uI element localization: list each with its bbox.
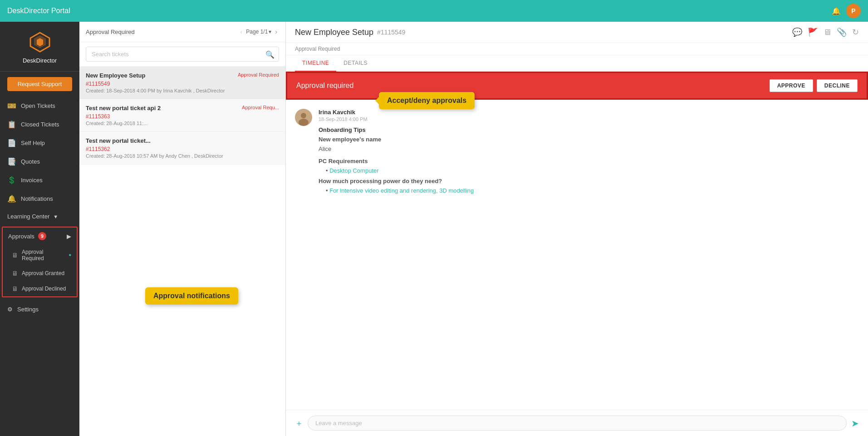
message-input[interactable]: [308, 416, 847, 431]
approval-declined-icon: 🖥: [12, 285, 18, 292]
avatar-image: [295, 109, 312, 126]
entry-author: Irina Kavchik: [319, 109, 859, 116]
flag-icon[interactable]: 🚩: [808, 27, 818, 37]
sidebar-item-self-help[interactable]: 📄 Self Help: [0, 134, 79, 152]
ticket-item-3[interactable]: Test new portal ticket... #1115362 Creat…: [79, 132, 285, 165]
sidebar: DeskDirector Request Support 🎫 Open Tick…: [0, 22, 79, 436]
entry-avatar: [295, 109, 312, 126]
content-area: Approval Required ‹ Page 1/1 ▾ › 🔍 New E…: [79, 22, 868, 436]
ticket-item-3-meta: Created: 28-Aug-2018 10:57 AM by Andy Ch…: [86, 153, 279, 159]
ticket-item-1[interactable]: New Employee Setup Approval Required #11…: [79, 67, 285, 99]
attachment-icon[interactable]: 📎: [837, 27, 847, 37]
approvals-section: Approvals 9 ▶ 🖥 Approval Required • 🖥 Ap…: [2, 227, 78, 297]
sidebar-item-closed-tickets[interactable]: 📋 Closed Tickets: [0, 115, 79, 134]
pagination-page[interactable]: Page 1/1 ▾: [246, 29, 271, 35]
learning-center-label: Learning Center: [7, 213, 49, 220]
sidebar-item-invoices[interactable]: 💲 Invoices: [0, 171, 79, 189]
approval-granted-label: Approval Granted: [22, 270, 64, 276]
detail-tabs: TIMELINE DETAILS: [286, 55, 868, 72]
ticket-item-1-row: New Employee Setup Approval Required: [86, 72, 279, 79]
compose-plus-icon: ＋: [295, 418, 303, 429]
approval-banner-text: Approval required: [296, 82, 353, 90]
field1-label: New employee's name: [319, 136, 859, 143]
pagination-prev[interactable]: ‹: [239, 27, 245, 36]
ticket-item-1-id: #1115549: [86, 81, 279, 87]
entry-time: 18-Sep-2018 4:00 PM: [319, 116, 859, 122]
sidebar-item-open-tickets[interactable]: 🎫 Open Tickets: [0, 97, 79, 115]
app-title: DeskDirector Portal: [7, 7, 70, 15]
approval-granted-icon: 🖥: [12, 270, 18, 277]
refresh-icon[interactable]: ↻: [852, 27, 859, 37]
ticket-item-2-meta: Created: 28-Aug-2018 11:...: [86, 121, 279, 126]
message-send-button[interactable]: ➤: [851, 418, 859, 429]
ticket-list-title: Approval Required: [86, 29, 135, 35]
decline-button[interactable]: DECLINE: [817, 79, 858, 92]
detail-title: New Employee Setup: [295, 28, 373, 37]
sidebar-item-approval-required[interactable]: 🖥 Approval Required •: [3, 245, 77, 266]
pagination-next[interactable]: ›: [273, 27, 279, 36]
sidebar-invoices-label: Invoices: [21, 177, 43, 184]
ticket-item-2-id: #1115363: [86, 113, 279, 120]
quotes-icon: 📑: [7, 157, 16, 166]
approvals-header[interactable]: Approvals 9 ▶: [3, 228, 77, 245]
sidebar-notifications-label: Notifications: [21, 195, 53, 202]
ticket-list-header: Approval Required ‹ Page 1/1 ▾ ›: [79, 22, 285, 42]
request-support-button[interactable]: Request Support: [7, 77, 72, 91]
settings-icon: ⚙: [7, 306, 13, 313]
monitor-icon[interactable]: 🖥: [823, 28, 831, 37]
ticket-item-3-title: Test new portal ticket...: [86, 137, 151, 144]
learning-center-section[interactable]: Learning Center ▼: [0, 208, 79, 225]
tab-timeline[interactable]: TIMELINE: [295, 55, 336, 72]
ticket-list-panel: Approval Required ‹ Page 1/1 ▾ › 🔍 New E…: [79, 22, 286, 436]
sidebar-self-help-label: Self Help: [21, 140, 45, 146]
field2-item-0: Desktop Computer: [326, 167, 859, 174]
svg-point-5: [299, 119, 309, 126]
search-input[interactable]: [86, 47, 279, 62]
ticket-item-2-row: Test new portal ticket api 2 Approval Re…: [86, 105, 279, 111]
invoices-icon: 💲: [7, 176, 16, 184]
ticket-item-1-title: New Employee Setup: [86, 72, 145, 79]
main-layout: DeskDirector Request Support 🎫 Open Tick…: [0, 22, 868, 436]
approval-required-icon: 🖥: [12, 252, 18, 259]
header-icons: 🔔 P: [832, 4, 861, 18]
pagination-text: Page 1/1: [246, 29, 268, 35]
approve-button[interactable]: APPROVE: [770, 79, 813, 92]
field1-value: Alice: [319, 145, 859, 152]
approval-required-dot: •: [69, 251, 71, 259]
sidebar-brand: DeskDirector: [23, 57, 57, 64]
self-help-icon: 📄: [7, 139, 16, 147]
chat-icon[interactable]: 💬: [792, 27, 802, 37]
user-avatar[interactable]: P: [846, 4, 861, 18]
field3-item-0: For intensive video editing and renderin…: [326, 187, 859, 194]
sidebar-item-approval-declined[interactable]: 🖥 Approval Declined: [3, 281, 77, 296]
sidebar-item-settings[interactable]: ⚙ Settings: [0, 301, 79, 318]
entry-body: Irina Kavchik 18-Sep-2018 4:00 PM Onboar…: [319, 109, 859, 198]
closed-ticket-icon: 📋: [7, 120, 16, 129]
approval-banner-buttons: APPROVE DECLINE: [770, 79, 858, 92]
pagination: ‹ Page 1/1 ▾ ›: [239, 27, 279, 36]
detail-header: New Employee Setup #1115549 💬 🚩 🖥 📎 ↻: [286, 22, 868, 43]
pagination-dropdown-icon: ▾: [269, 29, 271, 35]
sidebar-quotes-label: Quotes: [21, 158, 40, 165]
message-compose: ＋ ➤: [286, 410, 868, 436]
sidebar-item-approval-granted[interactable]: 🖥 Approval Granted: [3, 266, 77, 281]
search-button[interactable]: 🔍: [265, 50, 275, 58]
tab-details[interactable]: DETAILS: [336, 55, 375, 72]
detail-header-icons: 💬 🚩 🖥 📎 ↻: [792, 27, 859, 37]
detail-sub-status: Approval Required: [295, 46, 340, 52]
sidebar-item-notifications[interactable]: 🔔 Notifications: [0, 189, 79, 208]
notifications-icon: 🔔: [7, 194, 16, 203]
ticket-icon: 🎫: [7, 102, 16, 110]
top-header: DeskDirector Portal 🔔 P: [0, 0, 868, 22]
svg-point-4: [301, 113, 306, 118]
ticket-item-1-meta: Created: 18-Sep-2018 4:00 PM by Irina Ka…: [86, 88, 279, 93]
detail-panel: New Employee Setup #1115549 💬 🚩 🖥 📎 ↻ Ap…: [286, 22, 868, 436]
field2-label: PC Requirements: [319, 158, 859, 165]
sidebar-open-tickets-label: Open Tickets: [21, 102, 55, 109]
sidebar-closed-tickets-label: Closed Tickets: [21, 121, 59, 128]
sidebar-item-quotes[interactable]: 📑 Quotes: [0, 152, 79, 171]
bell-icon[interactable]: 🔔: [832, 7, 841, 15]
timeline-entry-1: Irina Kavchik 18-Sep-2018 4:00 PM Onboar…: [295, 109, 859, 198]
search-bar: 🔍: [79, 42, 285, 67]
ticket-item-2[interactable]: Test new portal ticket api 2 Approval Re…: [79, 99, 285, 132]
